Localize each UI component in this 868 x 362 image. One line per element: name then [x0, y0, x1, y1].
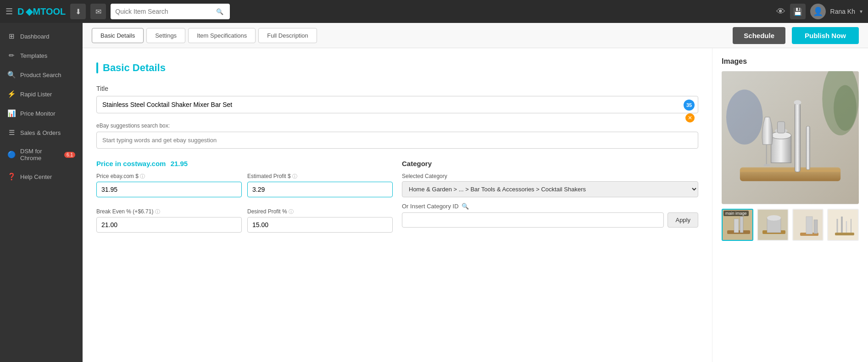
- logo: D◆MTOOL: [17, 6, 66, 17]
- form-left: Basic Details Title 35 ✕ eBay suggestion…: [83, 48, 712, 362]
- quick-search-box: 🔍: [111, 4, 230, 19]
- sidebar-item-templates[interactable]: ✏ Templates: [0, 46, 83, 65]
- desired-profit-help[interactable]: ⓘ: [289, 209, 294, 214]
- close-badge[interactable]: ✕: [685, 113, 695, 123]
- dashboard-icon: ⊞: [7, 32, 16, 40]
- estimated-profit-help[interactable]: ⓘ: [292, 173, 297, 179]
- publish-now-button[interactable]: Publish Now: [792, 27, 859, 44]
- estimated-profit-input[interactable]: [247, 182, 393, 197]
- thumb-3[interactable]: [792, 209, 824, 241]
- category-search-icon[interactable]: 🔍: [462, 203, 469, 210]
- break-even-input[interactable]: [96, 217, 242, 233]
- sidebar-item-label: Price Monitor: [20, 110, 56, 117]
- download-btn[interactable]: ⬇: [70, 4, 86, 19]
- username-label: Rana Kh: [830, 8, 855, 15]
- svg-rect-8: [795, 103, 800, 172]
- save-icon-btn[interactable]: 💾: [790, 4, 806, 19]
- tabs-bar: Basic Details Settings Item Specificatio…: [83, 23, 868, 48]
- avatar: 👤: [810, 4, 826, 19]
- svg-rect-28: [828, 210, 859, 241]
- desired-profit-group: Desired Profit % ⓘ: [247, 208, 393, 233]
- price-section: Price in costway.com 21.95 Price ebay.co…: [96, 160, 393, 238]
- sidebar-item-help-center[interactable]: ❓ Help Center: [0, 167, 83, 186]
- schedule-button[interactable]: Schedule: [733, 27, 785, 44]
- images-title: Images: [722, 57, 859, 66]
- sidebar-item-label: Rapid Lister: [20, 91, 52, 98]
- sales-orders-icon: ☰: [7, 128, 16, 137]
- estimated-profit-group: Estimated Profit $ ⓘ: [247, 173, 393, 197]
- right-icons: 👁 💾 👤 Rana Kh ▾: [776, 4, 862, 19]
- sidebar-item-dashboard[interactable]: ⊞ Dashboard: [0, 27, 83, 46]
- svg-rect-4: [771, 135, 791, 163]
- help-center-icon: ❓: [7, 173, 16, 181]
- price-source-value: 21.95: [171, 160, 188, 167]
- svg-rect-10: [806, 126, 810, 170]
- sidebar-item-label: Templates: [20, 52, 47, 59]
- section-title: Basic Details: [96, 62, 698, 74]
- templates-icon: ✏: [7, 51, 16, 60]
- svg-rect-26: [806, 217, 812, 234]
- category-id-input[interactable]: [402, 212, 664, 228]
- svg-rect-12: [764, 164, 770, 166]
- title-input-wrapper: 35 ✕: [96, 96, 698, 113]
- category-select[interactable]: Home & Garden > ... > Bar Tools & Access…: [402, 181, 698, 197]
- desired-profit-label: Desired Profit % ⓘ: [247, 208, 393, 215]
- logo-text: ◆MTOOL: [26, 6, 66, 17]
- thumb-row: main image: [722, 209, 859, 241]
- chevron-down-icon[interactable]: ▾: [860, 8, 862, 15]
- break-even-help[interactable]: ⓘ: [155, 209, 160, 214]
- selected-category-group: Selected Category Home & Garden > ... > …: [402, 173, 698, 197]
- svg-rect-27: [814, 220, 818, 234]
- title-field-label: Title: [96, 85, 698, 92]
- logo-accent: D: [17, 6, 24, 17]
- dsm-badge: 6.1: [64, 152, 75, 158]
- quick-search-input[interactable]: [115, 8, 216, 15]
- price-ebay-help[interactable]: ⓘ: [140, 173, 145, 179]
- form-right: Images: [712, 48, 868, 362]
- tab-item-specifications[interactable]: Item Specifications: [188, 28, 256, 43]
- selected-category-label: Selected Category: [402, 173, 698, 179]
- price-ebay-group: Price ebay.com $ ⓘ: [96, 173, 242, 197]
- eye-icon[interactable]: 👁: [776, 6, 785, 17]
- ebay-suggestion-input[interactable]: [96, 132, 698, 149]
- svg-rect-1: [740, 167, 840, 181]
- price-section-header: Price in costway.com 21.95: [96, 160, 393, 167]
- sidebar-item-label: Product Search: [20, 72, 61, 78]
- top-nav: ☰ D◆MTOOL ⬇ ✉ 🔍 👁 💾 👤 Rana Kh ▾: [0, 0, 868, 23]
- ebay-suggestion-label: eBay suggestions search box:: [96, 123, 698, 129]
- tab-settings[interactable]: Settings: [146, 28, 185, 43]
- thumb-4[interactable]: [827, 209, 859, 241]
- sidebar-item-rapid-lister[interactable]: ⚡ Rapid Lister: [0, 84, 83, 104]
- svg-rect-33: [835, 233, 854, 235]
- sidebar-item-product-search[interactable]: 🔍 Product Search: [0, 65, 83, 84]
- break-even-label: Break Even % (+$6.71) ⓘ: [96, 208, 242, 215]
- form-area: Basic Details Title 35 ✕ eBay suggestion…: [83, 48, 868, 362]
- or-insert-label: Or Insert Category ID 🔍: [402, 203, 698, 210]
- sidebar-item-sales-orders[interactable]: ☰ Sales & Orders: [0, 123, 83, 142]
- sidebar-item-price-monitor[interactable]: 📊 Price Monitor: [0, 104, 83, 123]
- insert-row: Apply: [402, 212, 698, 228]
- price-grid: Price ebay.com $ ⓘ Estimated Profit $ ⓘ: [96, 173, 393, 238]
- svg-rect-2: [740, 170, 840, 172]
- price-ebay-input[interactable]: [96, 182, 242, 197]
- menu-icon[interactable]: ☰: [6, 6, 13, 17]
- thumb-1[interactable]: main image: [722, 209, 753, 241]
- title-input[interactable]: [96, 96, 698, 113]
- messages-btn[interactable]: ✉: [90, 4, 106, 19]
- sidebar-item-label: Help Center: [20, 173, 52, 180]
- tab-full-description[interactable]: Full Description: [258, 28, 317, 43]
- estimated-profit-label: Estimated Profit $ ⓘ: [247, 173, 393, 180]
- content-area: Basic Details Settings Item Specificatio…: [83, 23, 868, 362]
- product-search-icon: 🔍: [7, 71, 16, 79]
- main-layout: ⊞ Dashboard ✏ Templates 🔍 Product Search…: [0, 23, 868, 362]
- thumb-label: main image: [723, 211, 749, 216]
- price-monitor-icon: 📊: [7, 109, 16, 117]
- apply-button[interactable]: Apply: [668, 212, 698, 228]
- char-count-badge: 35: [684, 100, 695, 111]
- tab-basic-details[interactable]: Basic Details: [92, 28, 144, 43]
- svg-rect-11: [766, 145, 767, 165]
- desired-profit-input[interactable]: [247, 217, 393, 233]
- price-ebay-label: Price ebay.com $ ⓘ: [96, 173, 242, 180]
- sidebar-item-dsm-chrome[interactable]: 🔵 DSM for Chrome 6.1: [0, 142, 83, 167]
- thumb-2[interactable]: [757, 209, 789, 241]
